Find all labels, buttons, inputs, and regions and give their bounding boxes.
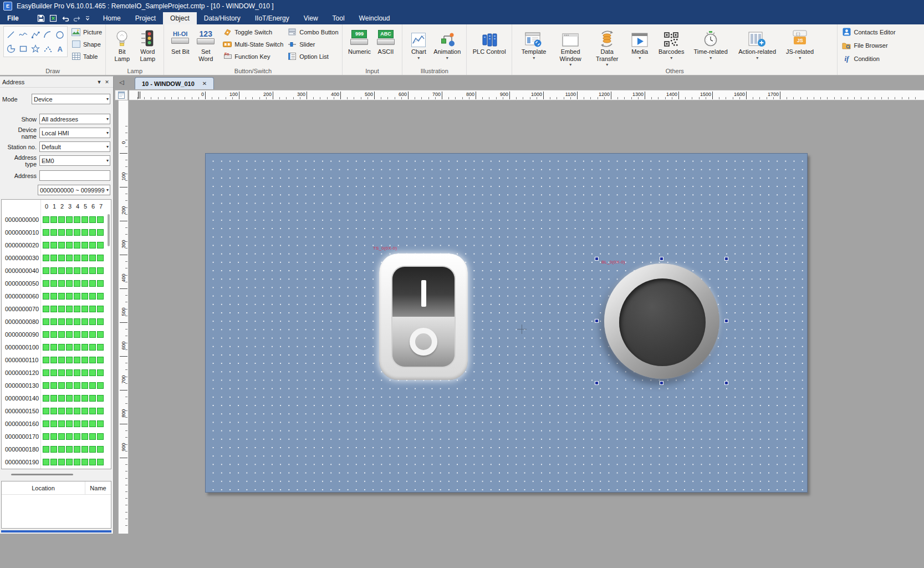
selection-handle[interactable] <box>660 382 663 384</box>
undo-icon[interactable] <box>60 13 70 23</box>
bit-cell[interactable] <box>66 306 73 312</box>
bit-cell[interactable] <box>89 318 96 325</box>
bit-cell[interactable] <box>74 242 80 248</box>
line-tool-icon[interactable] <box>5 28 17 42</box>
bit-cell[interactable] <box>58 369 65 376</box>
menu-home[interactable]: Home <box>96 12 128 24</box>
action-related-button[interactable]: Action-related ▾ <box>733 26 782 62</box>
bit-cell[interactable] <box>50 357 57 363</box>
barcodes-dropdown-caret[interactable]: ▾ <box>670 56 672 60</box>
bit-cell[interactable] <box>50 344 57 351</box>
bit-cell[interactable] <box>50 395 57 402</box>
rectangle-tool-icon[interactable] <box>17 42 29 55</box>
bit-cell[interactable] <box>97 267 104 274</box>
bit-cell[interactable] <box>81 255 88 261</box>
bit-cell[interactable] <box>43 344 49 351</box>
bit-cell[interactable] <box>74 382 80 389</box>
animation-button[interactable]: Animation ▾ <box>431 26 463 62</box>
bit-cell[interactable] <box>43 216 49 223</box>
bit-cell[interactable] <box>43 306 49 312</box>
bit-cell[interactable] <box>81 344 88 351</box>
bit-cell[interactable] <box>89 420 96 427</box>
bit-cell[interactable] <box>66 293 73 300</box>
template-dropdown-caret[interactable]: ▾ <box>533 56 535 60</box>
shape-button[interactable]: Shape <box>72 38 102 50</box>
bit-cell[interactable] <box>97 369 104 376</box>
selection-handle[interactable] <box>660 257 663 260</box>
bit-cell[interactable] <box>58 293 65 300</box>
bit-cell[interactable] <box>50 318 57 325</box>
bit-cell[interactable] <box>66 395 73 402</box>
plc-control-button[interactable]: PLC Control <box>471 26 508 57</box>
bit-cell[interactable] <box>89 395 96 402</box>
text-tool-icon[interactable]: A <box>54 42 66 55</box>
bit-cell[interactable] <box>81 382 88 389</box>
bit-cell[interactable] <box>43 408 49 414</box>
barcodes-button[interactable]: Barcodes ▾ <box>654 26 688 62</box>
name-column-header[interactable]: Name <box>85 485 111 491</box>
bit-cell[interactable] <box>74 369 80 376</box>
tab-close-icon[interactable]: ✕ <box>202 80 207 87</box>
bit-cell[interactable] <box>58 420 65 427</box>
picture-button[interactable]: Picture <box>72 26 102 38</box>
grid-vertical-scrollbar[interactable] <box>108 214 110 246</box>
bit-cell[interactable] <box>97 280 104 287</box>
toggle-switch-button[interactable]: Toggle Switch <box>223 26 283 38</box>
bit-cell[interactable] <box>50 459 57 465</box>
bit-cell[interactable] <box>81 331 88 338</box>
bit-cell[interactable] <box>74 420 80 427</box>
bit-cell[interactable] <box>97 395 104 402</box>
bit-cell[interactable] <box>66 344 73 351</box>
bit-cell[interactable] <box>97 293 104 300</box>
media-button[interactable]: Media ▾ <box>625 26 654 62</box>
save-icon[interactable] <box>36 13 46 23</box>
redo-icon[interactable] <box>73 13 83 23</box>
bit-cell[interactable] <box>50 242 57 248</box>
window-tab[interactable]: 10 - WINDOW_010 ✕ <box>135 77 214 89</box>
bit-cell[interactable] <box>50 369 57 376</box>
bit-cell[interactable] <box>50 408 57 414</box>
bit-cell[interactable] <box>89 331 96 338</box>
bit-cell[interactable] <box>66 280 73 287</box>
template-button[interactable]: Template ▾ <box>515 26 552 62</box>
bit-cell[interactable] <box>97 408 104 414</box>
bit-cell[interactable] <box>97 459 104 465</box>
combo-button-button[interactable]: Combo Button <box>288 26 338 38</box>
contacts-editor-button[interactable]: Contacts Editor <box>842 26 895 38</box>
freeform-tool-icon[interactable] <box>42 42 54 55</box>
address-type-select[interactable]: EM0 ▾ <box>39 155 110 166</box>
option-list-button[interactable]: Option List <box>288 50 338 62</box>
address-input[interactable] <box>39 170 110 181</box>
bit-cell[interactable] <box>43 267 49 274</box>
bit-cell[interactable] <box>43 331 49 338</box>
bit-cell[interactable] <box>74 318 80 325</box>
bit-cell[interactable] <box>81 357 88 363</box>
bit-cell[interactable] <box>81 459 88 465</box>
bit-cell[interactable] <box>43 229 49 236</box>
bit-cell[interactable] <box>58 318 65 325</box>
curve-tool-icon[interactable] <box>17 28 29 42</box>
bit-cell[interactable] <box>89 267 96 274</box>
condition-button[interactable]: if Condition <box>842 53 895 64</box>
js-related-dropdown-caret[interactable]: ▾ <box>799 56 801 60</box>
show-select[interactable]: All addresses ▾ <box>39 114 110 124</box>
bit-cell[interactable] <box>97 331 104 338</box>
bit-cell[interactable] <box>74 293 80 300</box>
bit-cell[interactable] <box>58 280 65 287</box>
bit-cell[interactable] <box>58 459 65 465</box>
knob-object[interactable] <box>604 263 719 379</box>
slider-button[interactable]: Slider <box>288 38 338 50</box>
bit-cell[interactable] <box>50 229 57 236</box>
bit-cell[interactable] <box>58 267 65 274</box>
panel-collapse-icon[interactable]: ▼ <box>95 79 103 85</box>
selection-handle[interactable] <box>595 257 598 260</box>
bit-cell[interactable] <box>66 216 73 223</box>
bit-cell[interactable] <box>43 318 49 325</box>
ellipse-tool-icon[interactable] <box>54 28 66 42</box>
bit-cell[interactable] <box>58 382 65 389</box>
bit-cell[interactable] <box>97 318 104 325</box>
time-related-button[interactable]: Time-related ▾ <box>688 26 733 62</box>
bit-cell[interactable] <box>97 357 104 363</box>
data-transfer-button[interactable]: Data Transfer ▾ <box>589 26 625 68</box>
bit-cell[interactable] <box>43 459 49 465</box>
